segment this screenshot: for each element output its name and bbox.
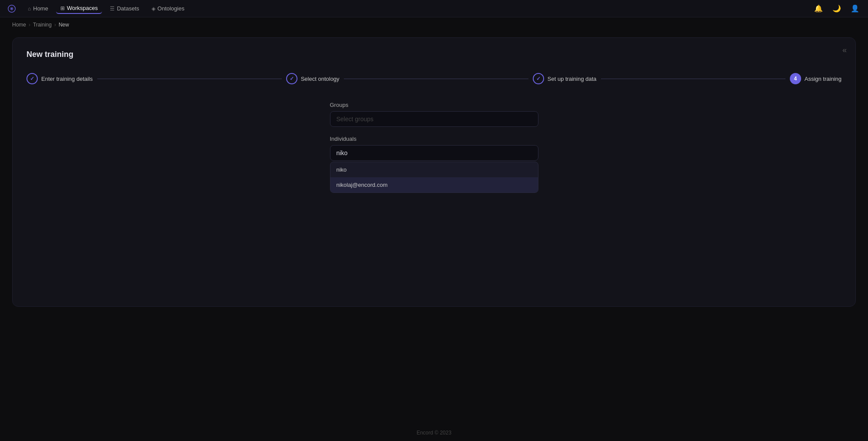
- individuals-dropdown-container: niko nikolaj@encord.com: [330, 145, 538, 161]
- nav-home[interactable]: ⌂ Home: [23, 3, 53, 13]
- breadcrumb-training[interactable]: Training: [33, 22, 52, 28]
- nav-workspaces[interactable]: ⊞ Workspaces: [56, 3, 102, 14]
- step-enter-details: ✓ Enter training details: [26, 73, 93, 84]
- ontologies-icon: ◈: [152, 6, 155, 12]
- step-3-circle: ✓: [533, 73, 544, 84]
- breadcrumb-sep-2: ›: [54, 22, 56, 28]
- main-content: New training « ✓ Enter training details …: [0, 32, 868, 424]
- step-1-circle: ✓: [26, 73, 38, 84]
- nav-ontologies[interactable]: ◈ Ontologies: [147, 3, 189, 13]
- step-3-label: Set up training data: [548, 76, 597, 82]
- datasets-icon: ☰: [110, 6, 115, 12]
- individuals-label: Individuals: [330, 136, 538, 142]
- groups-label: Groups: [330, 102, 538, 108]
- breadcrumb-current: New: [59, 22, 69, 28]
- step-line-3: [601, 79, 785, 79]
- step-select-ontology: ✓ Select ontology: [286, 73, 340, 84]
- footer-text: Encord © 2023: [416, 430, 451, 436]
- breadcrumb: Home › Training › New: [0, 17, 868, 32]
- card-title: New training: [26, 50, 842, 59]
- stepper: ✓ Enter training details ✓ Select ontolo…: [26, 73, 842, 84]
- groups-field-group: Groups: [330, 102, 538, 127]
- new-training-card: New training « ✓ Enter training details …: [12, 37, 856, 307]
- app-logo[interactable]: [7, 4, 17, 13]
- step-4-label: Assign training: [805, 76, 842, 82]
- individuals-input[interactable]: [330, 145, 538, 161]
- breadcrumb-home[interactable]: Home: [12, 22, 26, 28]
- step-4-circle: 4: [790, 73, 801, 84]
- theme-toggle-button[interactable]: 🌙: [831, 3, 843, 14]
- user-menu-button[interactable]: 👤: [849, 3, 861, 14]
- step-2-label: Select ontology: [301, 76, 340, 82]
- svg-point-2: [11, 8, 13, 9]
- footer: Encord © 2023: [0, 424, 868, 441]
- top-nav: ⌂ Home ⊞ Workspaces ☰ Datasets ◈ Ontolog…: [0, 0, 868, 17]
- breadcrumb-sep-1: ›: [29, 22, 30, 28]
- step-setup-data: ✓ Set up training data: [533, 73, 597, 84]
- nav-datasets[interactable]: ☰ Datasets: [106, 3, 143, 13]
- step-line-2: [344, 79, 528, 79]
- individuals-dropdown-list: niko nikolaj@encord.com: [330, 162, 538, 193]
- assign-training-form: Groups Individuals niko nikolaj@encord.c…: [330, 102, 538, 190]
- step-1-label: Enter training details: [41, 76, 93, 82]
- dropdown-item-nikolaj[interactable]: nikolaj@encord.com: [330, 177, 538, 192]
- workspaces-icon: ⊞: [60, 5, 65, 11]
- step-assign-training: 4 Assign training: [790, 73, 842, 84]
- step-2-circle: ✓: [286, 73, 297, 84]
- notifications-button[interactable]: 🔔: [812, 3, 825, 14]
- individuals-field-group: Individuals niko nikolaj@encord.com: [330, 136, 538, 161]
- step-line-1: [97, 79, 282, 79]
- dropdown-item-niko[interactable]: niko: [330, 162, 538, 177]
- home-icon: ⌂: [28, 6, 31, 12]
- topnav-right: 🔔 🌙 👤: [812, 3, 861, 14]
- groups-input[interactable]: [330, 111, 538, 127]
- card-collapse-button[interactable]: «: [842, 46, 847, 55]
